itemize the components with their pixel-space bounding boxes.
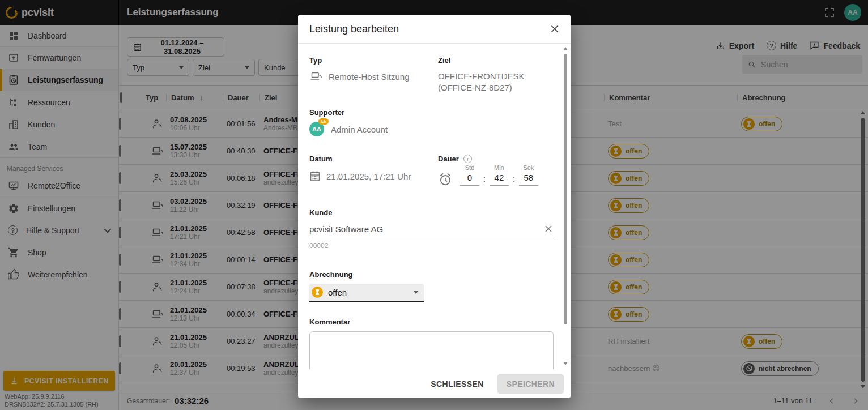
edit-service-modal: Leistung bearbeiten Typ Remote-Host Sitz… [298, 15, 571, 398]
modal-title: Leistung bearbeiten [309, 23, 399, 35]
typ-value: Remote-Host Sitzung [329, 72, 410, 82]
kunde-input[interactable] [309, 221, 554, 238]
clear-icon[interactable] [544, 225, 552, 233]
abrechnung-label: Abrechnung [309, 270, 554, 279]
min-input[interactable] [490, 171, 509, 186]
ziel-value: OFFICE-FRONTDESK (OFFICE-NZ-8D27) [438, 71, 554, 93]
kommentar-textarea[interactable] [309, 331, 554, 369]
ich-badge: Ich [318, 118, 329, 125]
supporter-avatar: AA Ich [309, 122, 324, 136]
scroll-up-arrow[interactable] [563, 47, 568, 50]
close-icon[interactable] [550, 24, 559, 33]
sek-input[interactable] [519, 171, 538, 186]
min-label: Min [489, 164, 509, 171]
speichern-button[interactable]: SPEICHERN [497, 374, 564, 394]
abrechnung-value: offen [328, 288, 409, 297]
remote-host-session-icon [309, 71, 323, 82]
datum-label: Datum [309, 155, 438, 163]
typ-label: Typ [309, 56, 438, 65]
std-input[interactable] [460, 171, 479, 186]
scrollbar-thumb[interactable] [564, 54, 567, 324]
alarm-clock-icon [438, 164, 453, 189]
scroll-down-arrow[interactable] [563, 362, 568, 365]
sek-label: Sek [518, 164, 539, 171]
info-icon: i [463, 155, 472, 163]
kunde-helper-text: 00002 [309, 242, 554, 250]
modal-body: Typ Remote-Host Sitzung Ziel OFFICE-FRON… [298, 44, 571, 369]
std-label: Std [459, 164, 480, 171]
hourglass-icon [312, 287, 323, 298]
modal-scrollbar[interactable] [563, 47, 568, 365]
supporter-label: Supporter [309, 108, 554, 117]
kommentar-label: Kommentar [309, 318, 554, 326]
ziel-label: Ziel [438, 56, 554, 65]
kunde-label: Kunde [309, 208, 554, 217]
calendar-icon [309, 170, 321, 182]
abrechnung-select[interactable]: offen [309, 284, 424, 302]
dauer-label: Dauer [438, 155, 459, 163]
datum-value: 21.01.2025, 17:21 Uhr [326, 172, 411, 181]
schliessen-button[interactable]: SCHLIESSEN [423, 374, 491, 394]
supporter-value: Admin Account [331, 125, 388, 134]
caret-down-icon [414, 291, 418, 294]
